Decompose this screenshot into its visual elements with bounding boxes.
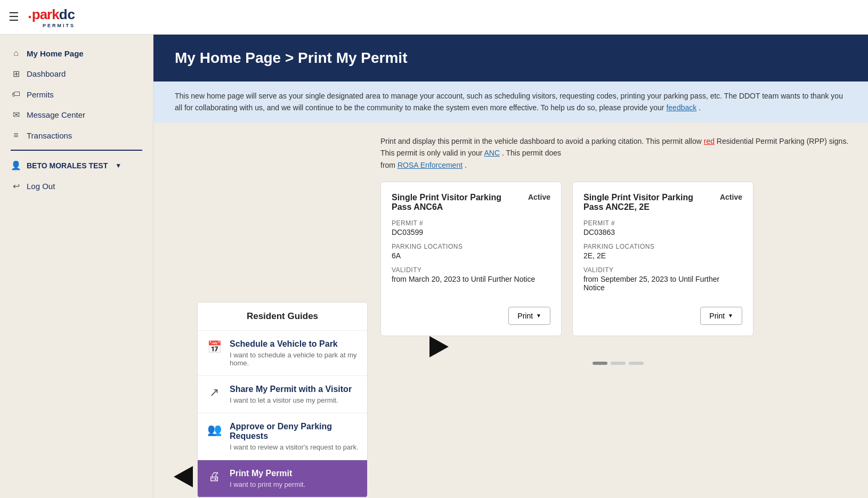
guide-item-schedule[interactable]: 📅 Schedule a Vehicle to Park I want to s… [198,331,367,376]
guide-item-schedule-content: Schedule a Vehicle to Park I want to sch… [230,339,359,367]
top-navigation: ☰ · park dc PERMITS [0,0,868,35]
print-button-2[interactable]: Print ▼ [700,307,742,325]
guide-schedule-desc: I want to schedule a vehicle to park at … [230,351,359,367]
guides-header: Resident Guides [198,303,367,331]
guide-print-desc: I want to print my permit. [230,480,305,488]
permit-card-1: Single Print Visitor Parking Pass ANC6A … [380,182,562,336]
permit-cards: Single Print Visitor Parking Pass ANC6A … [380,182,753,345]
print-button-2-label: Print [709,312,725,320]
permit-card-2-number-field: PERMIT # DC03863 [583,219,742,236]
feedback-link[interactable]: feedback [666,103,696,112]
logout-icon: ↩ [11,181,21,191]
sidebar-item-home-label: My Home Page [27,49,84,58]
guide-share-title: Share My Permit with a Visitor [230,385,352,394]
dot-1 [593,362,607,365]
transactions-icon: ≡ [11,130,21,140]
sidebar-item-messages-label: Message Center [27,110,85,119]
permit-card-1-status: Active [528,193,550,201]
permit-card-2-validity-value: from September 25, 2023 to Until Further… [583,275,742,292]
permit-card-1-number-value: DC03599 [392,228,550,236]
sidebar-item-dashboard-label: Dashboard [27,69,66,78]
guide-item-approve-content: Approve or Deny Parking Requests I want … [230,422,359,451]
sidebar: ⌂ My Home Page ⊞ Dashboard 🏷 Permits ✉ M… [0,35,153,498]
permit-card-2-locations-value: 2E, 2E [583,251,742,260]
permit-card-2-validity-field: Validity from September 25, 2023 to Unti… [583,266,742,292]
dropdown-arrow-icon-1: ▼ [536,313,541,319]
page-header: My Home Page > Print My Permit [153,35,868,81]
sidebar-item-permits[interactable]: 🏷 Permits [0,84,153,104]
permit-card-1-validity-label: Validity [392,266,550,274]
permit-cards-row: Single Print Visitor Parking Pass ANC6A … [380,182,855,357]
guide-approve-title: Approve or Deny Parking Requests [230,422,359,441]
permit-card-1-header: Single Print Visitor Parking Pass ANC6A … [392,193,550,212]
info-text-end: . [699,103,701,112]
guide-share-desc: I want to let a visitor use my permit. [230,396,352,404]
right-arrow [429,336,456,357]
permit-card-2-locations-field: Parking Locations 2E, 2E [583,243,742,260]
rosa-link[interactable]: ROSA Enforcement [398,161,463,169]
calendar-icon: 📅 [206,340,222,354]
print-button-1-label: Print [517,312,533,320]
guide-approve-desc: I want to review a visitor's request to … [230,443,359,451]
permit-card-1-validity-value: from March 20, 2023 to Until Further Not… [392,275,550,283]
permit-card-2: Single Print Visitor Parking Pass ANC2E,… [572,182,753,336]
sidebar-item-home[interactable]: ⌂ My Home Page [0,43,153,63]
permits-section: Print and display this permit in the veh… [380,135,855,498]
share-icon: ↗ [206,386,222,399]
logo-park: park [32,6,59,23]
sidebar-logout[interactable]: ↩ Log Out [0,176,153,197]
guide-schedule-title: Schedule a Vehicle to Park [230,339,359,349]
dashboard-icon: ⊞ [11,69,21,79]
logo: · park dc PERMITS [28,6,75,28]
guide-item-approve[interactable]: 👥 Approve or Deny Parking Requests I wan… [198,413,367,460]
sidebar-item-transactions[interactable]: ≡ Transactions [0,125,153,145]
permit-card-2-number-label: PERMIT # [583,219,742,227]
anc-link[interactable]: ANC [484,149,500,157]
permit-card-1-name: Single Print Visitor Parking Pass ANC6A [392,193,523,212]
permits-icon: 🏷 [11,89,21,99]
permits-desc-text3: . This permit does [502,149,561,157]
guide-item-share-content: Share My Permit with a Visitor I want to… [230,385,352,404]
print-icon: 🖨 [206,470,222,484]
guide-item-print[interactable]: 🖨 Print My Permit I want to print my per… [198,460,367,497]
logo-text: park dc PERMITS [32,6,75,28]
permit-card-1-locations-value: 6A [392,251,550,260]
sidebar-item-messages[interactable]: ✉ Message Center [0,104,153,125]
permits-description: Print and display this permit in the veh… [380,135,855,171]
permit-card-2-status: Active [720,193,742,201]
logo-permits: PERMITS [32,23,75,28]
dot-2 [611,362,626,365]
guide-print-title: Print My Permit [230,469,305,478]
info-text-1: This new home page will serve as your si… [175,92,596,100]
home-icon: ⌂ [11,48,21,58]
messages-icon: ✉ [11,110,21,120]
sidebar-user[interactable]: 👤 BETO MORALES TEST ▼ [0,155,153,176]
content-area: My Home Page > Print My Permit This new … [153,35,868,498]
permits-desc-text1: Print and display this permit in the veh… [380,137,702,145]
print-button-1[interactable]: Print ▼ [508,307,550,325]
permit-card-1-locations-label: Parking Locations [392,243,550,250]
permit-card-2-name: Single Print Visitor Parking Pass ANC2E,… [583,193,715,212]
logo-dc: dc [59,6,75,23]
sidebar-item-permits-label: Permits [27,90,54,99]
guide-item-print-content: Print My Permit I want to print my permi… [230,469,305,488]
guides-container: Resident Guides 📅 Schedule a Vehicle to … [166,135,368,498]
people-icon: 👥 [206,423,222,437]
left-arrow [166,466,193,487]
sidebar-logout-label: Log Out [27,182,55,191]
permits-desc-from: from [380,161,398,169]
chevron-down-icon: ▼ [115,162,121,169]
guides-panel: Resident Guides 📅 Schedule a Vehicle to … [197,302,368,498]
sidebar-item-dashboard[interactable]: ⊞ Dashboard [0,63,153,84]
main-content: Resident Guides 📅 Schedule a Vehicle to … [153,123,868,498]
pagination-dots [380,357,855,369]
info-banner: This new home page will serve as your si… [153,81,868,123]
sidebar-username: BETO MORALES TEST [27,161,108,170]
permit-card-2-number-value: DC03863 [583,228,742,236]
red-link[interactable]: red [704,137,715,145]
logo-dot: · [28,9,32,26]
guide-item-share[interactable]: ↗ Share My Permit with a Visitor I want … [198,376,367,413]
hamburger-menu[interactable]: ☰ [9,10,19,24]
permit-card-2-header: Single Print Visitor Parking Pass ANC2E,… [583,193,742,212]
left-arrow-container [166,466,193,487]
